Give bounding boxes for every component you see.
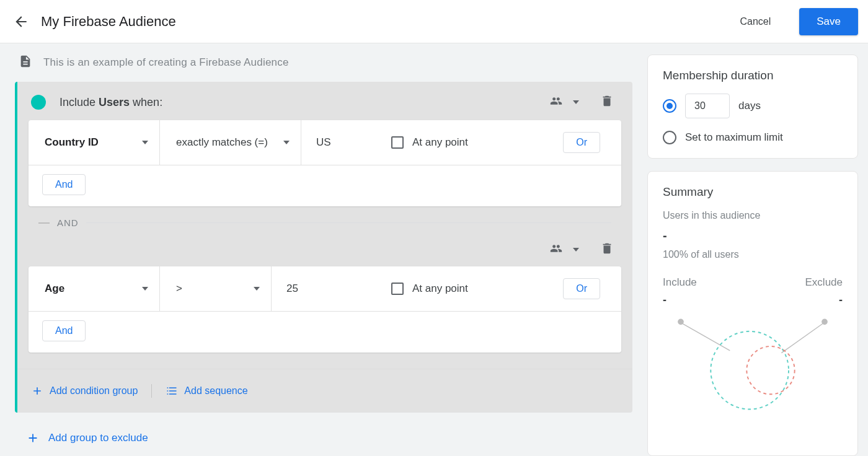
group-header bbox=[17, 239, 632, 266]
checkbox-icon bbox=[391, 283, 404, 295]
chevron-down-icon bbox=[283, 141, 290, 144]
field-dropdown[interactable]: Age bbox=[29, 266, 160, 311]
and-button[interactable]: And bbox=[42, 320, 86, 341]
cancel-button[interactable]: Cancel bbox=[728, 10, 782, 33]
operator-label: exactly matches (=) bbox=[176, 136, 268, 149]
field-label: Age bbox=[45, 283, 64, 295]
checkbox-icon bbox=[391, 136, 404, 149]
scope-selector[interactable] bbox=[548, 95, 579, 110]
add-exclude-group-button[interactable]: Add group to exclude bbox=[15, 431, 632, 445]
exclude-label: Exclude bbox=[805, 276, 843, 289]
at-any-point-checkbox[interactable]: At any point bbox=[391, 283, 468, 295]
page-title: My Firebase Audience bbox=[41, 14, 176, 30]
max-limit-label: Set to maximum limit bbox=[685, 131, 783, 144]
app-header: My Firebase Audience Cancel Save bbox=[0, 0, 868, 43]
days-label: days bbox=[738, 100, 761, 112]
membership-title: Membership duration bbox=[663, 69, 843, 82]
users-icon bbox=[548, 95, 564, 110]
delete-group-button[interactable] bbox=[600, 94, 614, 110]
field-label: Country ID bbox=[45, 136, 99, 149]
summary-percent-text: 100% of all users bbox=[663, 249, 843, 260]
include-block: Include Users when: Country ID bbox=[15, 82, 632, 413]
summary-subtitle: Users in this audience bbox=[663, 210, 843, 221]
duration-days-radio[interactable] bbox=[663, 99, 676, 113]
add-sequence-button[interactable]: Add sequence bbox=[166, 385, 247, 397]
operator-dropdown[interactable]: > bbox=[160, 266, 272, 311]
summary-title: Summary bbox=[663, 185, 843, 199]
delete-group-button[interactable] bbox=[600, 242, 614, 258]
users-icon bbox=[548, 242, 564, 257]
svg-line-2 bbox=[683, 323, 730, 351]
include-header: Include Users when: bbox=[17, 82, 632, 120]
main-column: This is an example of creating a Firebas… bbox=[0, 43, 647, 456]
and-divider-label: AND bbox=[50, 217, 86, 228]
scope-selector[interactable] bbox=[548, 242, 579, 257]
chevron-down-icon bbox=[142, 141, 148, 144]
venn-diagram bbox=[663, 312, 843, 417]
add-condition-group-button[interactable]: Add condition group bbox=[31, 385, 138, 397]
condition-card: Age > At any point Or bbox=[29, 266, 621, 353]
group-and-divider: AND bbox=[17, 206, 632, 239]
description-row[interactable]: This is an example of creating a Firebas… bbox=[15, 55, 632, 71]
save-button[interactable]: Save bbox=[799, 8, 858, 35]
svg-line-3 bbox=[781, 323, 823, 353]
and-button[interactable]: And bbox=[42, 174, 86, 195]
checkbox-label: At any point bbox=[412, 136, 468, 149]
divider bbox=[151, 384, 152, 398]
or-button[interactable]: Or bbox=[563, 132, 600, 153]
chevron-down-icon bbox=[573, 248, 579, 252]
include-indicator-dot bbox=[31, 95, 46, 110]
chevron-down-icon bbox=[573, 100, 579, 104]
svg-point-4 bbox=[711, 331, 789, 410]
checkbox-label: At any point bbox=[412, 283, 468, 295]
description-text: This is an example of creating a Firebas… bbox=[43, 56, 289, 69]
value-input[interactable] bbox=[316, 136, 391, 149]
description-icon bbox=[19, 55, 32, 71]
membership-card: Membership duration days Set to maximum … bbox=[647, 55, 858, 159]
svg-point-5 bbox=[746, 346, 794, 394]
condition-card: Country ID exactly matches (=) At any po… bbox=[29, 120, 621, 206]
include-header-text: Include Users when: bbox=[60, 96, 162, 109]
exclude-value: - bbox=[839, 294, 843, 307]
at-any-point-checkbox[interactable]: At any point bbox=[391, 136, 468, 149]
back-arrow-icon[interactable] bbox=[12, 13, 30, 30]
chevron-down-icon bbox=[142, 287, 148, 291]
right-column: Membership duration days Set to maximum … bbox=[647, 43, 868, 456]
chevron-down-icon bbox=[254, 287, 260, 291]
operator-label: > bbox=[176, 283, 182, 295]
include-value: - bbox=[663, 294, 666, 307]
group-actions: Add condition group Add sequence bbox=[17, 369, 632, 413]
include-label: Include bbox=[663, 276, 697, 289]
value-input[interactable] bbox=[286, 283, 391, 295]
duration-max-radio[interactable] bbox=[663, 131, 676, 144]
duration-days-input[interactable] bbox=[685, 94, 730, 118]
or-button[interactable]: Or bbox=[563, 278, 600, 299]
field-dropdown[interactable]: Country ID bbox=[29, 120, 160, 165]
summary-total-value: - bbox=[663, 229, 843, 243]
operator-dropdown[interactable]: exactly matches (=) bbox=[160, 120, 301, 165]
summary-card: Summary Users in this audience - 100% of… bbox=[647, 171, 858, 456]
